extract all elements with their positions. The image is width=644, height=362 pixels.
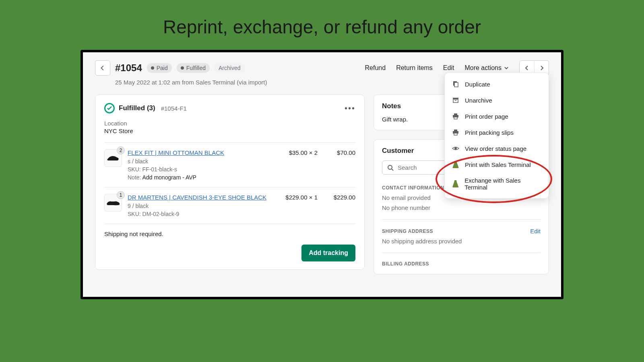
dropdown-duplicate-label: Duplicate: [465, 81, 490, 88]
svg-rect-3: [453, 98, 458, 99]
line-item: 2 FLEX FIT | MINI OTTOMAN BLACK s / blac…: [104, 142, 355, 187]
more-actions-dropdown: Duplicate Unarchive Print order page Pri…: [444, 72, 549, 199]
dropdown-print-order[interactable]: Print order page: [445, 108, 549, 124]
product-note: Note: Add monogram - AVP: [128, 174, 268, 181]
back-button[interactable]: [95, 60, 110, 76]
terminal-icon: [452, 180, 459, 187]
fulfilled-badge: Fulfilled: [177, 63, 210, 73]
app-frame: #1054 Paid Fulfilled Archived Refund Ret…: [80, 50, 564, 299]
printer-icon: [452, 113, 459, 120]
svg-rect-11: [454, 133, 457, 135]
printer-icon: [452, 129, 459, 136]
product-link[interactable]: FLEX FIT | MINI OTTOMAN BLACK: [128, 149, 224, 156]
dropdown-print-slips[interactable]: Print packing slips: [445, 124, 549, 140]
svg-point-12: [454, 147, 457, 150]
paid-badge-label: Paid: [157, 65, 168, 71]
product-thumbnail: 2: [104, 149, 122, 167]
dropdown-duplicate[interactable]: Duplicate: [445, 76, 549, 92]
dropdown-unarchive-label: Unarchive: [465, 97, 492, 104]
eye-icon: [452, 145, 459, 152]
more-actions-label: More actions: [464, 64, 502, 72]
refund-link[interactable]: Refund: [365, 64, 386, 72]
product-link[interactable]: DR MARTENS | CAVENDISH 3-EYE SHOE BLACK: [128, 194, 266, 201]
caret-down-icon: [504, 66, 509, 70]
dropdown-print-terminal-label: Print with Sales Terminal: [465, 161, 531, 168]
qty-badge: 2: [117, 146, 125, 154]
fulfillment-kebab-icon[interactable]: •••: [345, 104, 355, 113]
svg-rect-6: [454, 113, 457, 115]
svg-rect-8: [454, 117, 457, 119]
line-unit-price: $35.00 × 2: [273, 149, 318, 156]
search-icon: [387, 165, 394, 171]
fulfillment-title: Fulfilled (3): [119, 104, 155, 112]
duplicate-icon: [452, 80, 459, 88]
billing-address-label: BILLING ADDRESS: [382, 261, 429, 267]
unarchive-icon: [452, 97, 459, 104]
svg-rect-2: [454, 82, 458, 87]
fulfilled-badge-label: Fulfilled: [186, 65, 206, 71]
return-items-link[interactable]: Return items: [396, 64, 433, 72]
line-item: 1 DR MARTENS | CAVENDISH 3-EYE SHOE BLAC…: [104, 187, 355, 224]
contact-info-label: CONTACT INFORMATION: [382, 185, 444, 191]
dropdown-exchange-terminal-label: Exchange with Sales Terminal: [464, 177, 541, 191]
no-shipping: No shipping address provided: [382, 238, 541, 245]
paid-badge: Paid: [147, 63, 172, 73]
location-value: NYC Store: [104, 128, 355, 134]
line-total: $229.00: [323, 194, 355, 201]
svg-point-0: [388, 165, 392, 169]
more-actions-button[interactable]: More actions: [464, 64, 509, 72]
svg-rect-4: [453, 99, 458, 103]
terminal-icon: [452, 161, 459, 168]
dropdown-unarchive[interactable]: Unarchive: [445, 92, 549, 108]
dropdown-view-status[interactable]: View order status page: [445, 140, 549, 156]
product-variant: s / black: [128, 158, 268, 165]
product-sku: SKU: FF-01-black-s: [128, 166, 268, 173]
fulfillment-id: #1054-F1: [161, 105, 187, 112]
slide-title: Reprint, exchange, or refund any order: [0, 0, 644, 50]
location-label: Location: [104, 120, 355, 127]
order-number: #1054: [115, 62, 142, 74]
line-unit-price: $229.00 × 1: [273, 194, 318, 201]
dropdown-print-order-label: Print order page: [465, 113, 508, 120]
dropdown-print-terminal[interactable]: Print with Sales Terminal: [445, 156, 549, 173]
shipping-edit-link[interactable]: Edit: [530, 228, 541, 234]
svg-rect-9: [454, 130, 457, 131]
svg-rect-5: [455, 100, 456, 101]
line-total: $70.00: [323, 149, 355, 156]
product-sku: SKU: DM-02-black-9: [128, 211, 268, 217]
dropdown-exchange-terminal[interactable]: Exchange with Sales Terminal: [445, 173, 549, 195]
add-tracking-button[interactable]: Add tracking: [301, 245, 355, 261]
archived-badge-label: Archived: [219, 65, 240, 71]
product-variant: 9 / black: [128, 203, 268, 209]
dropdown-print-slips-label: Print packing slips: [465, 129, 514, 136]
edit-link[interactable]: Edit: [443, 64, 454, 72]
shipping-address-label: SHIPPING ADDRESS: [382, 228, 433, 234]
fulfilled-check-icon: [104, 103, 115, 113]
shipping-note: Shipping not required.: [104, 224, 355, 237]
qty-badge: 1: [117, 191, 125, 199]
dropdown-view-status-label: View order status page: [465, 145, 526, 152]
fulfillment-card: Fulfilled (3) #1054-F1 ••• Location NYC …: [95, 95, 365, 270]
product-thumbnail: 1: [104, 194, 122, 212]
archived-badge: Archived: [215, 63, 244, 73]
no-phone: No phone number: [382, 204, 541, 211]
